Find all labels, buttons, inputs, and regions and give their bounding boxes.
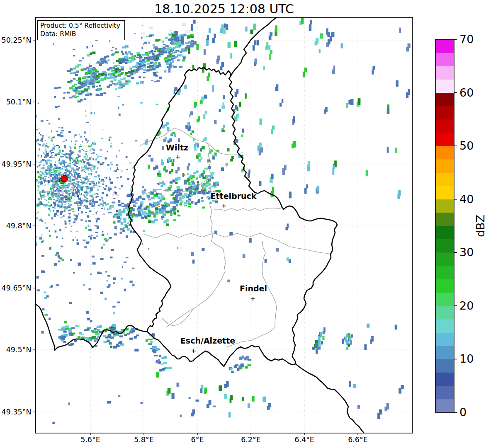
echo-pixel bbox=[86, 176, 88, 178]
echo-pixel bbox=[73, 159, 74, 160]
echo-pixel bbox=[112, 306, 115, 308]
echo-pixel bbox=[284, 165, 286, 170]
echo-pixel bbox=[41, 167, 43, 170]
echo-pixel bbox=[187, 122, 190, 126]
echo-pixel bbox=[87, 182, 88, 184]
echo-pixel bbox=[114, 65, 116, 67]
echo-pixel bbox=[89, 65, 92, 67]
echo-pixel bbox=[116, 344, 119, 346]
echo-pixel bbox=[140, 204, 143, 207]
echo-pixel bbox=[96, 80, 99, 82]
echo-pixel bbox=[118, 107, 119, 109]
echo-pixel bbox=[331, 32, 335, 37]
echo-pixel bbox=[48, 155, 49, 155]
echo-pixel bbox=[83, 76, 87, 78]
echo-pixel bbox=[152, 53, 155, 55]
y-tick-label: 49.5°N bbox=[6, 346, 32, 354]
echo-pixel bbox=[142, 198, 146, 200]
echo-pixel bbox=[73, 169, 75, 170]
echo-pixel bbox=[372, 70, 374, 75]
echo-pixel bbox=[49, 171, 51, 173]
echo-pixel bbox=[70, 183, 72, 185]
echo-pixel bbox=[87, 162, 89, 164]
echo-pixel bbox=[56, 200, 58, 201]
echo-pixel bbox=[70, 154, 72, 155]
echo-pixel bbox=[120, 78, 123, 80]
echo-pixel bbox=[106, 280, 108, 282]
echo-pixel bbox=[113, 75, 115, 76]
echo-pixel bbox=[387, 104, 389, 109]
echo-pixel bbox=[83, 206, 84, 207]
echo-pixel bbox=[51, 217, 53, 220]
echo-pixel bbox=[96, 182, 97, 184]
echo-pixel bbox=[91, 205, 95, 207]
echo-pixel bbox=[78, 213, 79, 215]
echo-pixel bbox=[120, 176, 122, 178]
echo-pixel bbox=[177, 177, 181, 180]
echo-pixel bbox=[42, 181, 43, 182]
echo-pixel bbox=[73, 78, 75, 80]
echo-pixel bbox=[175, 31, 178, 36]
echo-pixel bbox=[59, 173, 61, 175]
echo-pixel bbox=[169, 29, 173, 31]
echo-pixel bbox=[237, 107, 238, 111]
echo-pixel bbox=[236, 114, 239, 118]
echo-pixel bbox=[49, 157, 50, 158]
echo-pixel bbox=[118, 200, 120, 203]
colorbar-segment bbox=[435, 199, 454, 213]
echo-pixel bbox=[140, 81, 144, 84]
echo-pixel bbox=[39, 173, 40, 174]
echo-pixel bbox=[77, 239, 78, 241]
echo-pixel bbox=[161, 357, 164, 359]
echo-pixel bbox=[40, 201, 41, 203]
echo-pixel bbox=[91, 153, 92, 154]
echo-pixel bbox=[340, 43, 343, 48]
echo-pixel bbox=[87, 328, 90, 331]
echo-pixel bbox=[168, 187, 171, 190]
echo-pixel bbox=[316, 38, 318, 44]
echo-pixel bbox=[47, 146, 49, 148]
echo-pixel bbox=[92, 196, 94, 198]
echo-pixel bbox=[260, 119, 262, 125]
echo-pixel bbox=[147, 63, 150, 65]
echo-pixel bbox=[74, 176, 76, 178]
echo-pixel bbox=[184, 85, 187, 89]
echo-pixel bbox=[136, 334, 139, 336]
echo-pixel bbox=[68, 213, 70, 214]
echo-pixel bbox=[122, 58, 125, 60]
echo-pixel bbox=[204, 187, 206, 189]
x-tick-label: 6.6°E bbox=[348, 436, 368, 444]
echo-pixel bbox=[200, 388, 202, 393]
echo-pixel bbox=[170, 59, 174, 61]
echo-pixel bbox=[165, 37, 168, 39]
echo-pixel bbox=[182, 56, 186, 58]
echo-pixel bbox=[88, 170, 90, 171]
echo-pixel bbox=[192, 65, 194, 68]
echo-pixel bbox=[61, 198, 64, 200]
echo-pixel bbox=[372, 66, 375, 70]
echo-pixel bbox=[187, 36, 190, 39]
echo-pixel bbox=[89, 179, 90, 179]
echo-pixel bbox=[46, 170, 49, 171]
echo-pixel bbox=[74, 202, 77, 204]
echo-pixel bbox=[51, 194, 54, 195]
echo-pixel bbox=[64, 172, 66, 174]
echo-pixel bbox=[96, 235, 98, 237]
echo-pixel bbox=[93, 201, 97, 203]
echo-pixel bbox=[36, 162, 37, 162]
echo-pixel bbox=[115, 88, 117, 90]
echo-pixel bbox=[197, 201, 200, 203]
echo-pixel bbox=[90, 150, 91, 152]
echo-pixel bbox=[249, 238, 252, 243]
echo-pixel bbox=[43, 190, 44, 191]
echo-pixel bbox=[78, 206, 80, 206]
echo-pixel bbox=[395, 148, 397, 153]
x-tick-label: 6.2°E bbox=[241, 436, 261, 444]
echo-pixel bbox=[223, 125, 225, 128]
echo-pixel bbox=[160, 195, 163, 198]
echo-pixel bbox=[86, 122, 89, 123]
echo-pixel bbox=[78, 90, 81, 93]
echo-pixel bbox=[124, 334, 127, 336]
echo-pixel bbox=[204, 184, 208, 187]
echo-pixel bbox=[263, 66, 265, 70]
